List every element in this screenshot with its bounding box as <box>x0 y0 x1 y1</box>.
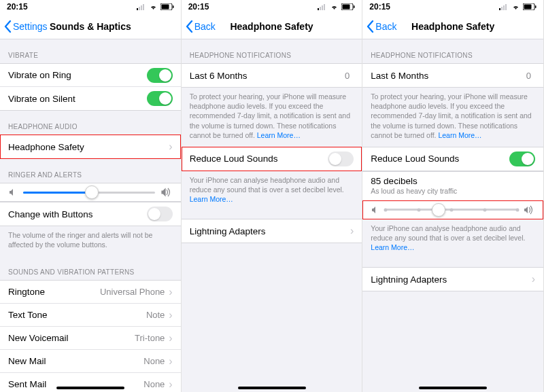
status-time: 20:15 <box>369 2 390 12</box>
svg-rect-6 <box>173 5 174 8</box>
svg-rect-13 <box>354 5 355 8</box>
volume-low-icon <box>371 205 380 215</box>
value: 0 <box>526 71 531 81</box>
wifi-icon <box>330 4 339 10</box>
status-bar: 20:15 <box>362 0 543 14</box>
section-headphone-audio: HEADPHONE AUDIO <box>0 111 181 135</box>
svg-rect-12 <box>343 5 350 10</box>
nav-bar: Back Headphone Safety <box>362 14 543 39</box>
chevron-left-icon <box>367 20 374 33</box>
section-ringer-alerts: RINGER AND ALERTS <box>0 159 181 183</box>
home-indicator[interactable] <box>419 387 487 389</box>
toggle-vibrate-silent[interactable] <box>147 91 173 106</box>
reduce-note: Your iPhone can analyse headphone audio … <box>362 219 543 260</box>
svg-rect-5 <box>161 5 169 10</box>
label: Vibrate on Ring <box>8 70 147 80</box>
learn-more-link[interactable]: Learn More… <box>438 131 481 139</box>
toggle-vibrate-ring[interactable] <box>147 68 173 83</box>
svg-rect-16 <box>503 5 505 10</box>
label: Lightning Adapters <box>371 274 531 285</box>
back-button[interactable]: Settings <box>0 20 48 33</box>
row-new-voicemail[interactable]: New VoicemailTri-tone› <box>0 327 181 350</box>
learn-more-link[interactable]: Learn More… <box>257 131 301 139</box>
nav-bar: Settings Sounds & Haptics <box>0 14 181 39</box>
chevron-right-icon: › <box>350 225 354 237</box>
row-vibrate-ring[interactable]: Vibrate on Ring <box>0 64 181 87</box>
chevron-left-icon <box>4 20 12 33</box>
toggle-change-buttons[interactable] <box>147 207 173 221</box>
value: None <box>143 356 165 366</box>
svg-rect-1 <box>139 7 140 10</box>
content: HEADPHONE NOTIFICATIONS Last 6 Months 0 … <box>362 39 543 392</box>
value: Universal Phone <box>100 287 165 297</box>
content: HEADPHONE NOTIFICATIONS Last 6 Months 0 … <box>182 39 362 392</box>
label: Lightning Adapters <box>190 226 350 236</box>
signal-icon <box>318 4 327 10</box>
row-lightning-adapters[interactable]: Lightning Adapters › <box>182 219 362 243</box>
chevron-right-icon: › <box>169 378 172 391</box>
screen-headphone-safety-on: 20:15 Back Headphone Safety HEADPHONE NO… <box>362 0 544 392</box>
home-indicator[interactable] <box>238 387 306 389</box>
row-headphone-safety[interactable]: Headphone Safety › <box>0 135 181 158</box>
toggle-reduce-loud[interactable] <box>328 152 354 166</box>
svg-rect-19 <box>524 5 532 10</box>
row-last-6-months[interactable]: Last 6 Months 0 <box>362 64 543 87</box>
row-new-mail[interactable]: New MailNone› <box>0 350 181 373</box>
decibel-slider[interactable] <box>362 200 543 219</box>
label: Reduce Loud Sounds <box>371 154 509 164</box>
label: Ringtone <box>8 287 100 297</box>
row-reduce-loud-sounds[interactable]: Reduce Loud Sounds <box>362 147 543 171</box>
svg-rect-9 <box>322 5 323 10</box>
label: Change with Buttons <box>8 209 147 219</box>
battery-icon <box>341 3 355 10</box>
ringer-volume-slider[interactable] <box>0 183 181 202</box>
value: Tri-tone <box>135 333 165 343</box>
chevron-left-icon <box>186 20 193 33</box>
chevron-right-icon: › <box>169 286 172 298</box>
signal-icon <box>137 4 146 10</box>
row-reduce-loud-sounds[interactable]: Reduce Loud Sounds <box>182 147 362 171</box>
back-button[interactable]: Back <box>182 20 216 33</box>
svg-rect-14 <box>499 8 500 10</box>
row-vibrate-silent[interactable]: Vibrate on Silent <box>0 87 181 110</box>
decibel-description: As loud as heavy city traffic <box>371 187 535 195</box>
svg-rect-8 <box>320 7 321 10</box>
value: None <box>143 379 165 389</box>
volume-high-icon <box>523 205 535 215</box>
decibel-readout: 85 decibels As loud as heavy city traffi… <box>362 171 543 200</box>
volume-low-icon <box>8 188 18 197</box>
section-headphone-notifications: HEADPHONE NOTIFICATIONS <box>182 39 362 63</box>
toggle-reduce-loud[interactable] <box>509 152 535 166</box>
row-text-tone[interactable]: Text ToneNote› <box>0 304 181 327</box>
label: Headphone Safety <box>8 142 169 152</box>
chevron-right-icon: › <box>169 332 172 344</box>
label: Last 6 Months <box>371 71 526 81</box>
chevron-right-icon: › <box>169 309 172 321</box>
learn-more-link[interactable]: Learn More… <box>371 243 414 251</box>
row-lightning-adapters[interactable]: Lightning Adapters › <box>362 268 543 291</box>
label: Text Tone <box>8 310 146 320</box>
learn-more-link[interactable]: Learn More… <box>190 195 233 203</box>
screen-headphone-safety-off: 20:15 Back Headphone Safety HEADPHONE NO… <box>182 0 363 392</box>
notifications-note: To protect your hearing, your iPhone wil… <box>362 88 543 147</box>
value: Note <box>146 310 165 320</box>
row-ringtone[interactable]: RingtoneUniversal Phone› <box>0 281 181 304</box>
volume-high-icon <box>160 188 173 197</box>
row-last-6-months[interactable]: Last 6 Months 0 <box>182 64 362 87</box>
back-button[interactable]: Back <box>362 20 396 33</box>
svg-rect-3 <box>143 4 144 10</box>
chevron-right-icon: › <box>169 141 172 153</box>
status-icons <box>499 3 537 10</box>
section-vibrate: VIBRATE <box>0 39 181 63</box>
label: New Voicemail <box>8 333 135 343</box>
wifi-icon <box>511 4 520 10</box>
back-label: Back <box>194 21 216 32</box>
home-indicator[interactable] <box>56 387 124 389</box>
signal-icon <box>499 4 509 10</box>
content: VIBRATE Vibrate on Ring Vibrate on Silen… <box>0 39 181 392</box>
status-bar: 20:15 <box>182 0 362 14</box>
label: New Mail <box>8 356 143 366</box>
battery-icon <box>160 3 174 10</box>
row-change-with-buttons[interactable]: Change with Buttons <box>0 202 181 226</box>
status-bar: 20:15 <box>0 0 181 14</box>
